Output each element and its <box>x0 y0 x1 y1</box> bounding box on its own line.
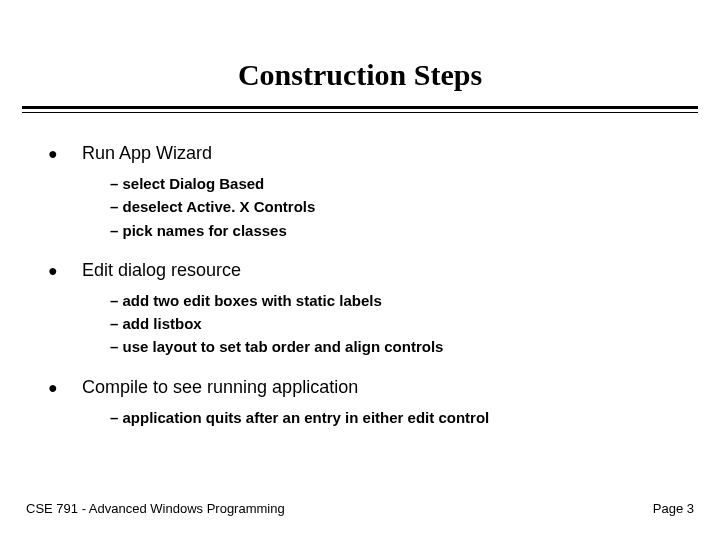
title-divider <box>0 106 720 113</box>
footer-right: Page 3 <box>653 501 694 516</box>
divider-thick <box>22 106 698 109</box>
page-title: Construction Steps <box>0 0 720 106</box>
sub-list: add two edit boxes with static labels ad… <box>48 289 672 359</box>
sub-bullet: select Dialog Based <box>110 172 672 195</box>
bullet-label: Edit dialog resource <box>82 260 241 281</box>
bullet-icon: ● <box>48 145 82 163</box>
bullet-label: Run App Wizard <box>82 143 212 164</box>
sub-bullet: add two edit boxes with static labels <box>110 289 672 312</box>
footer-left: CSE 791 - Advanced Windows Programming <box>26 501 285 516</box>
sub-bullet: pick names for classes <box>110 219 672 242</box>
sub-list: select Dialog Based deselect Active. X C… <box>48 172 672 242</box>
sub-bullet: deselect Active. X Controls <box>110 195 672 218</box>
content-area: ● Run App Wizard select Dialog Based des… <box>0 113 720 429</box>
bullet-item: ● Compile to see running application <box>48 377 672 398</box>
sub-bullet: application quits after an entry in eith… <box>110 406 672 429</box>
sub-list: application quits after an entry in eith… <box>48 406 672 429</box>
footer: CSE 791 - Advanced Windows Programming P… <box>0 501 720 516</box>
bullet-icon: ● <box>48 379 82 397</box>
bullet-item: ● Run App Wizard <box>48 143 672 164</box>
bullet-item: ● Edit dialog resource <box>48 260 672 281</box>
sub-bullet: add listbox <box>110 312 672 335</box>
sub-bullet: use layout to set tab order and align co… <box>110 335 672 358</box>
slide: Construction Steps ● Run App Wizard sele… <box>0 0 720 540</box>
bullet-icon: ● <box>48 262 82 280</box>
bullet-label: Compile to see running application <box>82 377 358 398</box>
